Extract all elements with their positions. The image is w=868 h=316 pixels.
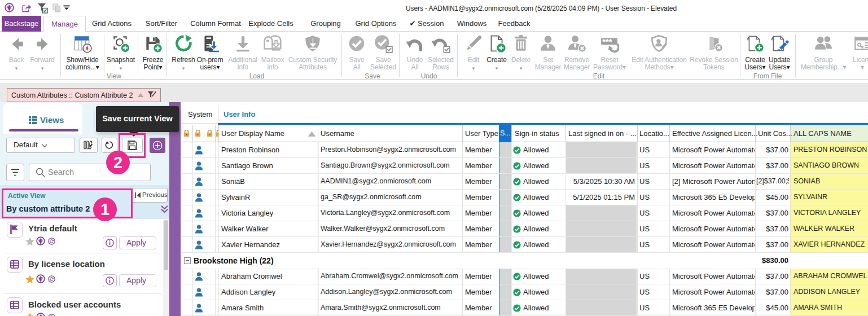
- svg-text:***: ***: [602, 37, 612, 46]
